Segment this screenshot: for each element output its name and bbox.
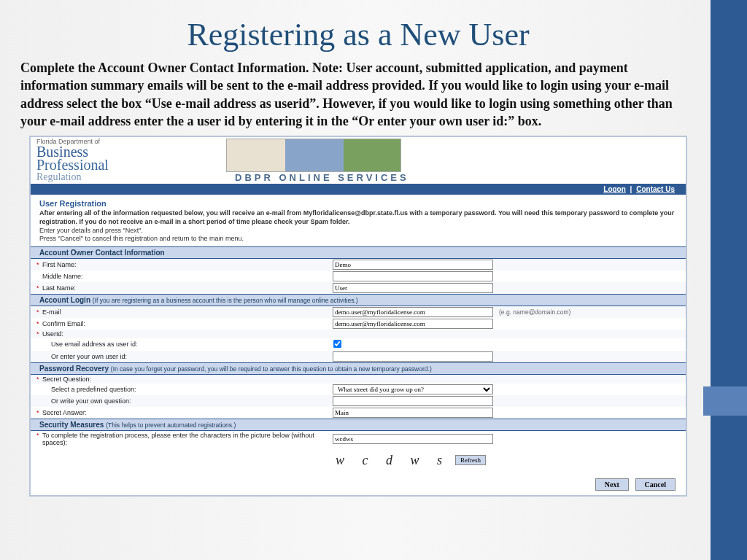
own-userid-label: Or enter your own user id: — [31, 352, 330, 361]
captcha-image: w c d w s — [330, 450, 455, 471]
banner-text: DBPR ONLINE SERVICES — [226, 172, 409, 183]
secret-answer-label: Secret Answer: — [31, 408, 330, 417]
intro-block: User Registration After entering all of … — [31, 195, 686, 246]
first-name-input[interactable] — [333, 260, 493, 270]
top-nav-bar: Logon | Contact Us — [31, 184, 686, 195]
section-security-measures: Security Measures (This helps to prevent… — [31, 419, 686, 431]
middle-name-label: Middle Name: — [31, 272, 330, 281]
embedded-screenshot: Florida Department of BusinessProfession… — [29, 136, 687, 497]
email-input[interactable] — [333, 307, 493, 317]
contact-us-link[interactable]: Contact Us — [636, 185, 675, 193]
email-hint: (e.g. name@domain.com) — [499, 308, 570, 316]
dbpr-logo: Florida Department of BusinessProfession… — [36, 138, 226, 183]
section-contact-info: Account Owner Contact Information — [31, 246, 686, 259]
section-account-login: Account Login (If you are registering as… — [31, 294, 686, 306]
last-name-label: Last Name: — [31, 284, 330, 292]
own-userid-input[interactable] — [333, 351, 493, 362]
email-label: E-mail — [31, 308, 330, 316]
own-question-label: Or write your own question: — [31, 397, 330, 405]
userid-label: UserId: — [31, 330, 330, 338]
cancel-button[interactable]: Cancel — [635, 478, 676, 491]
captcha-input[interactable] — [333, 434, 493, 444]
form-footer: Next Cancel — [31, 474, 686, 495]
banner-image — [226, 139, 401, 172]
app-header: Florida Department of BusinessProfession… — [31, 137, 686, 184]
use-email-as-userid-label: Use email address as user id: — [31, 340, 330, 349]
first-name-label: First Name: — [31, 260, 330, 269]
intro-bold: After entering all of the information re… — [39, 209, 674, 225]
slide-accent-bar — [711, 0, 747, 560]
slide-content: Registering as a New User Complete the A… — [0, 0, 747, 497]
next-button[interactable]: Next — [595, 478, 629, 491]
intro-heading: User Registration — [39, 199, 677, 208]
use-email-as-userid-checkbox[interactable] — [333, 340, 341, 348]
slide-body-text: Complete the Account Owner Contact Infor… — [20, 59, 696, 130]
header-banner: DBPR ONLINE SERVICES — [226, 139, 409, 183]
slide-accent-block — [703, 386, 747, 416]
middle-name-input[interactable] — [333, 271, 493, 281]
last-name-input[interactable] — [333, 283, 493, 293]
secret-answer-input[interactable] — [333, 408, 493, 418]
predefined-question-select[interactable]: What street did you grow up on? — [333, 384, 493, 394]
slide-title: Registering as a New User — [20, 16, 696, 53]
confirm-email-input[interactable] — [333, 319, 493, 329]
logon-link[interactable]: Logon — [603, 185, 626, 193]
section-password-recovery: Password Recovery (In case you forget yo… — [31, 362, 686, 375]
captcha-label: To complete the registration process, pl… — [31, 431, 330, 447]
refresh-captcha-button[interactable]: Refresh — [455, 455, 486, 465]
intro-line3: Press "Cancel" to cancel this registrati… — [39, 235, 244, 242]
own-question-input[interactable] — [333, 396, 493, 406]
confirm-email-label: Confirm Email: — [31, 319, 330, 328]
secret-question-label: Secret Question: — [31, 375, 330, 384]
intro-line2: Enter your details and press "Next". — [39, 227, 143, 234]
predefined-question-label: Select a predefined question: — [31, 385, 330, 394]
